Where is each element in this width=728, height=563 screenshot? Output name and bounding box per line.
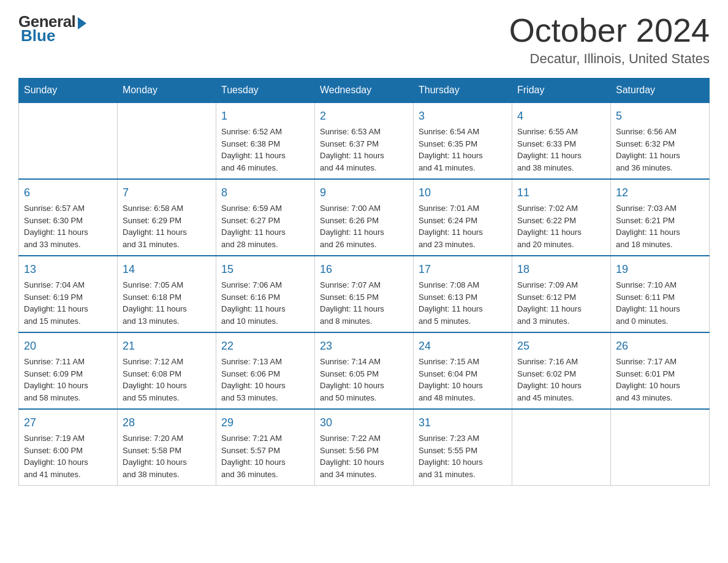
- day-number: 17: [419, 261, 507, 278]
- day-number: 10: [419, 185, 507, 201]
- calendar-day-cell: [118, 102, 216, 179]
- calendar-day-cell: 15Sunrise: 7:06 AMSunset: 6:16 PMDayligh…: [216, 256, 315, 332]
- calendar-day-cell: 24Sunrise: 7:15 AMSunset: 6:04 PMDayligh…: [414, 332, 512, 409]
- day-info-text: and 31 minutes.: [123, 239, 211, 251]
- day-info-text: and 3 minutes.: [517, 315, 605, 327]
- day-info-text: Sunrise: 7:21 AM: [221, 432, 309, 445]
- logo-blue-text: Blue: [21, 26, 55, 45]
- day-info-text: Sunset: 6:05 PM: [320, 368, 408, 380]
- day-info-text: Sunrise: 7:09 AM: [517, 279, 605, 291]
- calendar-table: SundayMondayTuesdayWednesdayThursdayFrid…: [18, 78, 710, 486]
- calendar-day-cell: 23Sunrise: 7:14 AMSunset: 6:05 PMDayligh…: [315, 332, 414, 409]
- day-info-text: and 18 minutes.: [616, 239, 704, 251]
- day-info-text: and 13 minutes.: [123, 315, 211, 327]
- day-info-text: Sunset: 6:33 PM: [517, 138, 605, 150]
- day-info-text: Sunrise: 7:02 AM: [517, 202, 605, 215]
- calendar-header: SundayMondayTuesdayWednesdayThursdayFrid…: [19, 79, 710, 103]
- calendar-day-cell: [512, 409, 611, 486]
- day-info-text: and 5 minutes.: [419, 315, 507, 327]
- day-info-text: Sunset: 6:30 PM: [24, 215, 112, 227]
- day-info-text: and 58 minutes.: [24, 392, 112, 404]
- day-number: 26: [616, 338, 704, 354]
- day-info-text: and 44 minutes.: [320, 162, 408, 174]
- day-number: 31: [419, 415, 507, 431]
- day-number: 16: [320, 261, 408, 278]
- day-info-text: Daylight: 10 hours: [419, 456, 507, 469]
- day-info-text: Sunrise: 7:10 AM: [616, 279, 704, 291]
- calendar-week-4: 20Sunrise: 7:11 AMSunset: 6:09 PMDayligh…: [19, 332, 710, 409]
- day-info-text: Daylight: 10 hours: [123, 456, 211, 469]
- day-number: 3: [419, 108, 507, 124]
- day-info-text: Sunrise: 6:59 AM: [221, 202, 309, 215]
- day-info-text: and 20 minutes.: [517, 239, 605, 251]
- day-info-text: Daylight: 11 hours: [24, 226, 112, 239]
- day-info-text: Sunset: 6:22 PM: [517, 215, 605, 227]
- day-info-text: Sunrise: 7:00 AM: [320, 202, 408, 215]
- day-info-text: and 10 minutes.: [221, 315, 309, 327]
- day-info-text: and 38 minutes.: [517, 162, 605, 174]
- day-info-text: and 48 minutes.: [419, 392, 507, 404]
- calendar-day-cell: 31Sunrise: 7:23 AMSunset: 5:55 PMDayligh…: [414, 409, 512, 486]
- day-info-text: Sunrise: 6:58 AM: [123, 202, 211, 215]
- day-info-text: Sunrise: 7:06 AM: [221, 279, 309, 291]
- day-number: 7: [123, 185, 211, 201]
- day-info-text: Sunset: 5:56 PM: [320, 445, 408, 457]
- day-info-text: and 55 minutes.: [123, 392, 211, 404]
- day-info-text: Daylight: 11 hours: [320, 150, 408, 162]
- calendar-day-cell: [611, 409, 710, 486]
- day-info-text: Sunset: 6:09 PM: [24, 368, 112, 380]
- day-info-text: Sunset: 6:26 PM: [320, 215, 408, 227]
- calendar-day-cell: 18Sunrise: 7:09 AMSunset: 6:12 PMDayligh…: [512, 256, 611, 332]
- calendar-day-cell: 13Sunrise: 7:04 AMSunset: 6:19 PMDayligh…: [19, 256, 118, 332]
- logo-arrow-icon: [78, 17, 86, 29]
- title-block: October 2024 Decatur, Illinois, United S…: [509, 12, 710, 67]
- day-number: 6: [24, 185, 112, 201]
- day-info-text: Daylight: 11 hours: [24, 303, 112, 315]
- day-info-text: Sunset: 5:55 PM: [419, 445, 507, 457]
- day-info-text: Daylight: 11 hours: [616, 303, 704, 315]
- calendar-day-cell: 10Sunrise: 7:01 AMSunset: 6:24 PMDayligh…: [414, 179, 512, 256]
- day-number: 23: [320, 338, 408, 354]
- day-info-text: Sunset: 6:16 PM: [221, 291, 309, 304]
- day-info-text: Sunrise: 7:23 AM: [419, 432, 507, 445]
- day-info-text: Sunset: 6:04 PM: [419, 368, 507, 380]
- day-info-text: Sunrise: 7:22 AM: [320, 432, 408, 445]
- day-number: 27: [24, 415, 112, 431]
- day-number: 22: [221, 338, 309, 354]
- calendar-day-cell: 30Sunrise: 7:22 AMSunset: 5:56 PMDayligh…: [315, 409, 414, 486]
- day-number: 19: [616, 261, 704, 278]
- calendar-body: 1Sunrise: 6:52 AMSunset: 6:38 PMDaylight…: [19, 102, 710, 486]
- day-info-text: Sunset: 6:35 PM: [419, 138, 507, 150]
- weekday-header-thursday: Thursday: [414, 79, 512, 103]
- day-info-text: and 0 minutes.: [616, 315, 704, 327]
- day-info-text: Sunset: 6:18 PM: [123, 291, 211, 304]
- day-info-text: Daylight: 10 hours: [24, 456, 112, 469]
- calendar-subtitle: Decatur, Illinois, United States: [509, 51, 710, 67]
- day-info-text: Sunset: 6:24 PM: [419, 215, 507, 227]
- day-info-text: Daylight: 11 hours: [123, 226, 211, 239]
- day-info-text: Daylight: 10 hours: [221, 456, 309, 469]
- day-number: 15: [221, 261, 309, 278]
- day-number: 12: [616, 185, 704, 201]
- day-info-text: and 33 minutes.: [24, 239, 112, 251]
- day-info-text: Sunset: 6:12 PM: [517, 291, 605, 304]
- calendar-day-cell: 9Sunrise: 7:00 AMSunset: 6:26 PMDaylight…: [315, 179, 414, 256]
- calendar-day-cell: 21Sunrise: 7:12 AMSunset: 6:08 PMDayligh…: [118, 332, 216, 409]
- day-info-text: Daylight: 11 hours: [517, 226, 605, 239]
- calendar-day-cell: 4Sunrise: 6:55 AMSunset: 6:33 PMDaylight…: [512, 102, 611, 179]
- day-number: 2: [320, 108, 408, 124]
- day-info-text: Sunrise: 6:53 AM: [320, 126, 408, 138]
- day-info-text: and 34 minutes.: [320, 469, 408, 481]
- day-info-text: Sunrise: 7:04 AM: [24, 279, 112, 291]
- page-header: General Blue October 2024 Decatur, Illin…: [18, 12, 710, 67]
- weekday-header-monday: Monday: [118, 79, 216, 103]
- day-info-text: and 28 minutes.: [221, 239, 309, 251]
- day-info-text: Sunrise: 7:14 AM: [320, 356, 408, 368]
- day-info-text: and 31 minutes.: [419, 469, 507, 481]
- day-info-text: Daylight: 11 hours: [517, 150, 605, 162]
- day-info-text: and 36 minutes.: [616, 162, 704, 174]
- day-info-text: and 15 minutes.: [24, 315, 112, 327]
- calendar-day-cell: 1Sunrise: 6:52 AMSunset: 6:38 PMDaylight…: [216, 102, 315, 179]
- day-info-text: Sunrise: 6:55 AM: [517, 126, 605, 138]
- day-info-text: and 26 minutes.: [320, 239, 408, 251]
